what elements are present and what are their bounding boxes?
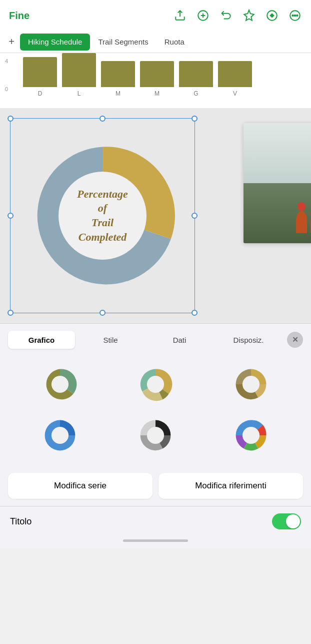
svg-point-10 <box>242 376 260 393</box>
bar-m2-label: M <box>154 90 160 97</box>
chart-type-3[interactable] <box>206 362 296 407</box>
bar-l-label: L <box>78 90 81 97</box>
y-label-bottom: 0 <box>5 86 8 92</box>
svg-point-5 <box>294 15 296 17</box>
handle-br[interactable] <box>192 310 198 316</box>
bar-m1-rect <box>101 61 135 87</box>
bar-v-rect <box>218 61 252 87</box>
add-icon[interactable] <box>196 9 210 23</box>
top-bar-left: Fine <box>9 10 30 22</box>
bar-g-label: G <box>194 90 198 97</box>
handle-bc[interactable] <box>100 310 106 316</box>
svg-point-6 <box>296 15 298 17</box>
tab-stile[interactable]: Stile <box>77 331 144 349</box>
titolo-row: Titolo <box>0 506 311 534</box>
tab-dati[interactable]: Dati <box>146 331 213 349</box>
bar-g-rect <box>179 61 213 87</box>
chart-type-4[interactable] <box>15 413 104 458</box>
handle-tc[interactable] <box>100 116 106 122</box>
format-icon[interactable] <box>265 9 279 23</box>
donut-chart-container[interactable]: PercentageofTrailCompleted <box>10 118 195 313</box>
chart-type-grid <box>0 354 311 466</box>
bar-m1: M <box>101 61 135 97</box>
chart-type-6[interactable] <box>206 413 296 458</box>
home-indicator <box>0 534 311 548</box>
share-icon[interactable] <box>173 9 187 23</box>
svg-point-12 <box>147 427 164 444</box>
tab-add-button[interactable]: + <box>3 34 20 51</box>
bar-v: V <box>218 61 252 97</box>
bar-m1-label: M <box>116 90 120 97</box>
bar-chart-area: 4 0 D L M M G V <box>0 53 311 108</box>
svg-point-2 <box>270 14 274 18</box>
edit-references-button[interactable]: Modifica riferimenti <box>158 473 303 499</box>
chart-type-5[interactable] <box>110 413 200 458</box>
photo-frame: ⟵ ↗ <box>244 123 311 243</box>
handle-tl[interactable] <box>8 116 14 122</box>
more-icon[interactable] <box>288 9 302 23</box>
tab-ruota[interactable]: Ruota <box>156 34 192 51</box>
bar-chart-y-axis: 4 0 <box>5 58 8 92</box>
svg-point-13 <box>242 427 260 444</box>
chart-type-2[interactable] <box>110 362 200 407</box>
bar-l: L <box>62 53 96 97</box>
buttons-row: Modifica serie Modifica riferimenti <box>0 466 311 506</box>
bar-g: G <box>179 61 213 97</box>
edit-series-button[interactable]: Modifica serie <box>8 473 152 499</box>
toggle-knob <box>286 514 300 528</box>
svg-point-8 <box>52 376 68 393</box>
handle-mr[interactable] <box>192 213 198 219</box>
canvas-area[interactable]: PercentageofTrailCompleted ⟵ ↗ <box>0 108 311 323</box>
bar-v-label: V <box>233 90 237 97</box>
top-bar: Fine <box>0 0 311 31</box>
fine-button[interactable]: Fine <box>9 10 30 22</box>
tab-disposiz[interactable]: Disposiz. <box>215 331 282 349</box>
tab-grafico[interactable]: Grafico <box>8 331 75 349</box>
svg-point-9 <box>147 376 164 393</box>
bar-m2-rect <box>140 61 174 87</box>
svg-point-11 <box>52 427 68 444</box>
bar-d: D <box>23 57 57 97</box>
pin-icon[interactable] <box>242 9 256 23</box>
tab-trail-segments[interactable]: Trail Segments <box>90 34 156 51</box>
donut-svg <box>22 136 182 296</box>
undo-icon[interactable] <box>219 9 233 23</box>
tab-hiking-schedule[interactable]: Hiking Schedule <box>20 34 90 51</box>
home-bar <box>123 539 188 542</box>
bar-l-rect <box>62 53 96 87</box>
bar-chart-bars: D L M M G V <box>23 58 302 97</box>
bar-d-rect <box>23 57 57 87</box>
handle-bl[interactable] <box>8 310 14 316</box>
svg-point-7 <box>58 172 146 260</box>
svg-point-4 <box>292 15 294 17</box>
chart-tab-row: Grafico Stile Dati Disposiz. ✕ <box>0 324 311 354</box>
y-label-top: 4 <box>5 58 8 64</box>
tab-bar: + Hiking Schedule Trail Segments Ruota <box>0 31 311 53</box>
close-button[interactable]: ✕ <box>287 332 303 348</box>
bar-m2: M <box>140 61 174 97</box>
chart-type-1[interactable] <box>15 362 104 407</box>
bottom-panel: Grafico Stile Dati Disposiz. ✕ <box>0 323 311 548</box>
titolo-toggle[interactable] <box>272 513 301 529</box>
handle-tr[interactable] <box>192 116 198 122</box>
photo-image: ⟵ ↗ <box>244 123 311 243</box>
titolo-label: Titolo <box>10 516 32 527</box>
handle-ml[interactable] <box>8 213 14 219</box>
bar-d-label: D <box>38 90 42 97</box>
top-bar-icons <box>173 9 302 23</box>
